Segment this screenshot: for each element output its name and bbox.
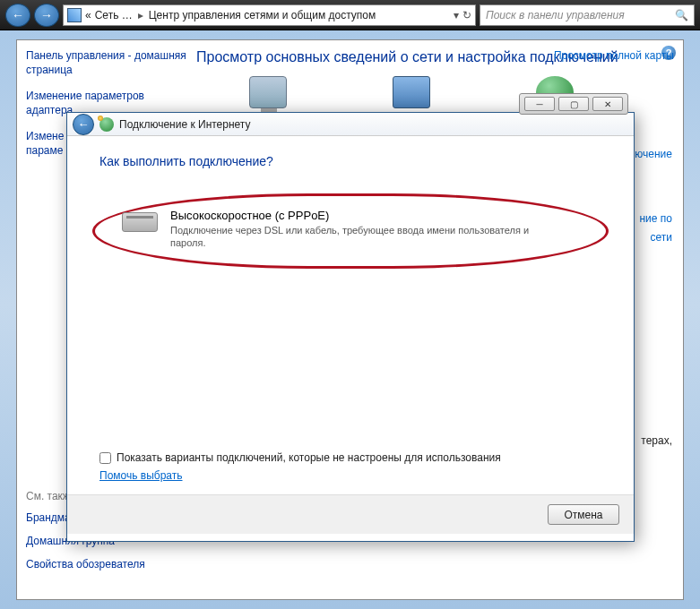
option-title: Высокоскоростное (с PPPoE) xyxy=(170,209,565,222)
network-icon xyxy=(393,76,430,108)
right-link-fragment[interactable]: сети xyxy=(628,231,672,245)
connect-wizard-dialog: ─ ▢ ✕ ← Подключение к Интернету Как выпо… xyxy=(66,112,635,542)
wizard-body: Как выполнить подключение? Высокоскорост… xyxy=(67,136,634,494)
minimize-button[interactable]: ─ xyxy=(524,97,555,111)
wizard-titlebar: ← Подключение к Интернету xyxy=(67,113,634,136)
option-pppoe[interactable]: Высокоскоростное (с PPPoE) Подключение ч… xyxy=(92,193,609,269)
close-button[interactable]: ✕ xyxy=(592,97,623,111)
breadcrumb[interactable]: « Сеть … ▸ Центр управления сетями и общ… xyxy=(63,4,476,26)
nav-forward-button[interactable]: → xyxy=(34,4,59,27)
breadcrumb-item[interactable]: Центр управления сетями и общим доступом xyxy=(149,9,376,21)
see-also-internet-options[interactable]: Свойства обозревателя xyxy=(26,558,187,570)
breadcrumb-refresh-icon[interactable]: ↻ xyxy=(462,9,471,21)
option-description: Подключение через DSL или кабель, требую… xyxy=(170,224,565,250)
wizard-title: Подключение к Интернету xyxy=(119,118,251,131)
sidebar-home-link[interactable]: Панель управления - домашняя страница xyxy=(26,49,187,77)
wizard-heading: Как выполнить подключение? xyxy=(99,154,601,168)
window-controls: ─ ▢ ✕ xyxy=(519,93,628,115)
nav-back-button[interactable]: ← xyxy=(5,4,30,27)
right-link-fragment[interactable]: ние по xyxy=(628,212,672,227)
right-link-fragment[interactable]: лючение xyxy=(628,148,672,162)
monitor-icon xyxy=(249,76,287,108)
help-choose-link[interactable]: Помочь выбрать xyxy=(99,469,183,482)
chevron-right-icon: ▸ xyxy=(136,9,145,21)
modem-icon xyxy=(122,212,158,232)
search-input[interactable]: Поиск в панели управления 🔍 xyxy=(480,4,695,26)
search-icon: 🔍 xyxy=(675,9,688,21)
search-placeholder: Поиск в панели управления xyxy=(486,9,625,21)
explorer-nav-bar: ← → « Сеть … ▸ Центр управления сетями и… xyxy=(0,0,700,30)
full-map-link[interactable]: Просмотр полной карты xyxy=(554,49,674,62)
breadcrumb-item[interactable]: Сеть … xyxy=(95,9,133,21)
show-all-options-checkbox[interactable] xyxy=(99,452,111,464)
right-text-fragment: терах, xyxy=(641,434,672,447)
wizard-footer: Отмена xyxy=(67,494,634,534)
breadcrumb-dropdown-icon[interactable]: ▾ xyxy=(454,9,459,21)
show-all-options-label[interactable]: Показать варианты подключений, которые н… xyxy=(117,451,501,464)
right-links: лючение ние по сети xyxy=(628,175,672,251)
control-panel-icon xyxy=(67,8,82,22)
maximize-button[interactable]: ▢ xyxy=(558,97,589,111)
wizard-bottom: Показать варианты подключений, которые н… xyxy=(99,451,601,482)
cancel-button[interactable]: Отмена xyxy=(548,504,619,525)
wizard-back-button[interactable]: ← xyxy=(73,114,94,135)
breadcrumb-sep: « xyxy=(85,9,91,21)
internet-globe-icon xyxy=(99,117,114,132)
